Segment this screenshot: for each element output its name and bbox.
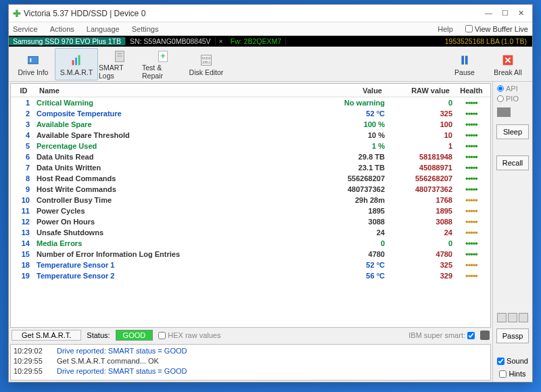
svg-text:01010: 01010 bbox=[202, 57, 211, 60]
sleep-button[interactable]: Sleep bbox=[496, 124, 529, 139]
table-row[interactable]: 15Number of Error Information Log Entrie… bbox=[11, 249, 490, 260]
table-row[interactable]: 9Host Write Commands480737362480737362••… bbox=[11, 184, 490, 195]
smart-logs-button[interactable]: SMART Logs bbox=[98, 48, 141, 80]
app-window: ✚ Victoria 5.37 HDD/SSD | Device 0 — ☐ ✕… bbox=[8, 4, 533, 383]
menu-service[interactable]: Service bbox=[13, 25, 38, 33]
drive-info-button[interactable]: Drive Info bbox=[11, 48, 55, 80]
settings-icon[interactable] bbox=[480, 330, 490, 340]
svg-rect-14 bbox=[465, 55, 468, 64]
table-row[interactable]: 18Temperature Sensor 152 °C325••••• bbox=[11, 260, 490, 270]
hints-checkbox[interactable] bbox=[499, 370, 507, 378]
menubar: Service Actions Language Settings Help V… bbox=[9, 22, 532, 36]
svg-rect-3 bbox=[75, 57, 77, 65]
table-row[interactable]: 5Percentage Used1 %1••••• bbox=[11, 141, 490, 151]
minimize-button[interactable]: — bbox=[485, 9, 492, 18]
svg-rect-13 bbox=[461, 55, 464, 64]
svg-rect-4 bbox=[78, 55, 80, 65]
maximize-button[interactable]: ☐ bbox=[502, 9, 509, 18]
svg-rect-0 bbox=[28, 56, 39, 64]
device-close-icon[interactable]: × bbox=[216, 37, 227, 45]
table-row[interactable]: 12Power On Hours30883088••••• bbox=[11, 216, 490, 227]
toolbar: Drive Info S.M.A.R.T SMART Logs +Test & … bbox=[9, 47, 532, 82]
smart-table: ID Name Value RAW value Health 1Critical… bbox=[10, 83, 491, 328]
view-buffer-live-label: View Buffer Live bbox=[475, 25, 528, 33]
table-row[interactable]: 2Composite Temperature52 °C325••••• bbox=[11, 108, 490, 119]
table-row[interactable]: 8Host Read Commands556268207556268207•••… bbox=[11, 173, 490, 184]
small-buttons bbox=[497, 313, 528, 322]
status-label: Status: bbox=[87, 331, 110, 339]
col-name[interactable]: Name bbox=[37, 87, 323, 95]
table-row[interactable]: 13Unsafe Shutdowns2424••••• bbox=[11, 227, 490, 238]
svg-text:10011: 10011 bbox=[202, 60, 211, 64]
menu-help[interactable]: Help bbox=[438, 25, 453, 33]
window-title: Victoria 5.37 HDD/SSD | Device 0 bbox=[24, 9, 485, 18]
device-bar: Samsung SSD 970 EVO Plus 1TB SN: S59ANG0… bbox=[9, 36, 532, 47]
status-value: GOOD bbox=[116, 330, 154, 341]
disk-editor-button[interactable]: 0101010011Disk Editor bbox=[185, 48, 228, 80]
menu-language[interactable]: Language bbox=[87, 25, 120, 33]
firmware: 2B2QEXM7 bbox=[244, 37, 281, 45]
menu-actions[interactable]: Actions bbox=[50, 25, 74, 33]
serial-number: S59ANG0MB08845V bbox=[143, 37, 210, 45]
break-all-button[interactable]: Break All bbox=[486, 48, 530, 80]
svg-rect-1 bbox=[30, 58, 31, 62]
svg-rect-2 bbox=[72, 60, 74, 65]
col-value[interactable]: Value bbox=[323, 87, 385, 95]
close-button[interactable]: ✕ bbox=[518, 9, 524, 18]
device-name[interactable]: Samsung SSD 970 EVO Plus 1TB bbox=[9, 37, 126, 45]
smart-button[interactable]: S.M.A.R.T bbox=[55, 48, 98, 80]
sidebar: API PIO Sleep Recall Passp Sound Hints bbox=[493, 82, 532, 382]
table-row[interactable]: 4Available Spare Threshold10 %10••••• bbox=[11, 130, 490, 141]
col-id[interactable]: ID bbox=[11, 87, 37, 95]
hex-raw-checkbox[interactable] bbox=[158, 332, 166, 339]
table-row[interactable]: 14Media Errors00••••• bbox=[11, 238, 490, 249]
table-row[interactable]: 3Available Spare100 %100••••• bbox=[11, 119, 490, 130]
menu-settings[interactable]: Settings bbox=[132, 25, 159, 33]
passp-button[interactable]: Passp bbox=[496, 328, 529, 343]
log-area[interactable]: 10:29:02Drive reported: SMART status = G… bbox=[10, 344, 491, 381]
table-row[interactable]: 6Data Units Read29.8 TB58181948••••• bbox=[11, 151, 490, 162]
table-row[interactable]: 7Data Units Written23.1 TB45088971••••• bbox=[11, 162, 490, 173]
status-bar: Get S.M.A.R.T. Status: GOOD HEX raw valu… bbox=[9, 328, 492, 343]
sound-checkbox[interactable] bbox=[497, 358, 504, 365]
view-buffer-live-checkbox[interactable] bbox=[465, 25, 473, 32]
pause-button[interactable]: Pause bbox=[443, 48, 486, 80]
col-raw[interactable]: RAW value bbox=[385, 87, 452, 95]
status-indicator bbox=[497, 107, 511, 117]
device-size: 1953525168 LBA (1.0 TB) bbox=[445, 37, 532, 45]
svg-text:+: + bbox=[160, 50, 166, 60]
get-smart-button[interactable]: Get S.M.A.R.T. bbox=[11, 330, 81, 341]
table-row[interactable]: 10Controller Busy Time29h 28m1768••••• bbox=[11, 195, 490, 205]
titlebar: ✚ Victoria 5.37 HDD/SSD | Device 0 — ☐ ✕ bbox=[9, 5, 532, 22]
test-repair-button[interactable]: +Test & Repair bbox=[141, 48, 185, 80]
table-row[interactable]: 19Temperature Sensor 256 °C329••••• bbox=[11, 270, 490, 281]
table-row[interactable]: 1Critical WarningNo warning0••••• bbox=[11, 97, 490, 108]
pio-radio[interactable] bbox=[497, 95, 504, 102]
col-health[interactable]: Health bbox=[452, 87, 490, 95]
ibm-smart-checkbox[interactable] bbox=[467, 332, 475, 339]
app-icon: ✚ bbox=[13, 8, 21, 19]
recall-button[interactable]: Recall bbox=[496, 155, 529, 170]
table-row[interactable]: 11Power Cycles18951895••••• bbox=[11, 205, 490, 216]
api-radio[interactable] bbox=[497, 85, 504, 92]
